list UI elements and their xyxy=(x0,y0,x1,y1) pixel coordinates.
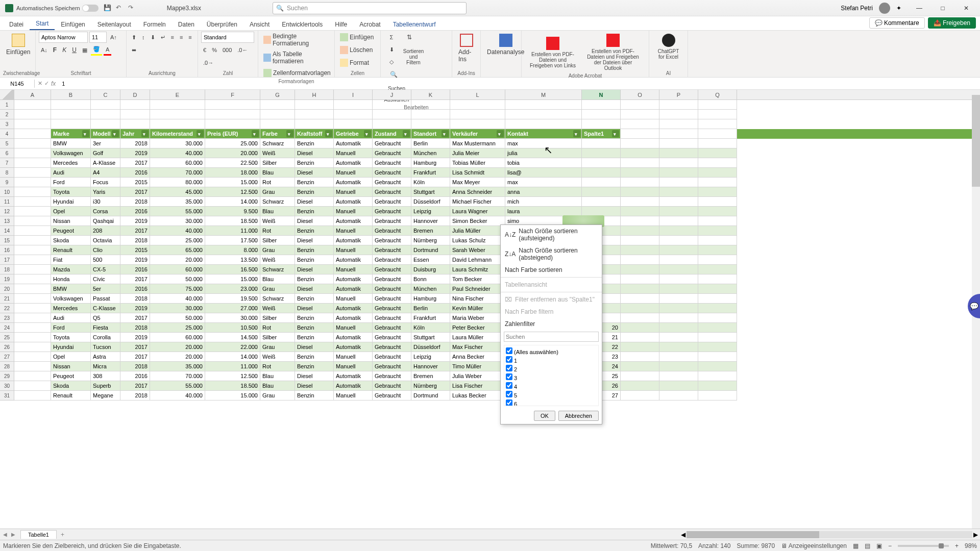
cell[interactable]: 25.000 xyxy=(205,139,260,148)
table-header[interactable]: Modell xyxy=(91,129,120,139)
align-center-icon[interactable]: ≡ xyxy=(178,32,185,43)
cell[interactable]: 208 xyxy=(91,226,120,236)
cell[interactable]: A-Klasse xyxy=(91,158,120,168)
cell[interactable] xyxy=(91,119,120,129)
filter-dropdown-icon[interactable] xyxy=(442,130,449,137)
cell[interactable]: Civic xyxy=(91,274,120,284)
cell[interactable]: Benzin xyxy=(295,178,334,187)
cell[interactable]: Laura Müller xyxy=(450,333,505,342)
cell[interactable]: 20.000 xyxy=(150,255,205,265)
cell[interactable]: Manuell xyxy=(334,294,373,304)
cell[interactable] xyxy=(698,313,737,323)
cell[interactable]: Benzin xyxy=(295,333,334,342)
row-header[interactable]: 27 xyxy=(0,352,14,362)
row-header[interactable]: 4 xyxy=(0,129,14,139)
cell[interactable]: Nina Fischer xyxy=(450,294,505,304)
cell[interactable] xyxy=(14,391,51,400)
cell[interactable]: Anna Schneider xyxy=(450,187,505,197)
cell[interactable] xyxy=(14,119,51,129)
cell[interactable] xyxy=(582,119,621,129)
cell[interactable]: Rot xyxy=(260,323,295,333)
cell[interactable] xyxy=(698,110,737,119)
cell[interactable]: Passat xyxy=(91,294,120,304)
cell[interactable]: 20.000 xyxy=(150,352,205,362)
cell[interactable] xyxy=(698,197,737,207)
cell[interactable]: Bremen xyxy=(411,226,450,236)
filter-dropdown-icon[interactable] xyxy=(364,130,371,137)
cell[interactable] xyxy=(14,148,51,158)
cell[interactable]: Dortmund xyxy=(411,391,450,400)
row-header[interactable]: 5 xyxy=(0,139,14,148)
cell[interactable]: Gebraucht xyxy=(373,255,411,265)
filter-dropdown-icon[interactable] xyxy=(573,130,580,137)
cell[interactable] xyxy=(659,371,698,381)
cell[interactable]: 2019 xyxy=(120,255,150,265)
cell[interactable] xyxy=(698,294,737,304)
cell[interactable] xyxy=(411,119,450,129)
cell[interactable]: Renault xyxy=(51,245,91,255)
tab-acrobat[interactable]: Acrobat xyxy=(353,19,386,30)
cell[interactable]: 2018 xyxy=(120,197,150,207)
cell[interactable] xyxy=(621,294,659,304)
cell[interactable]: Diesel xyxy=(295,284,334,294)
borders-icon[interactable]: ▦ xyxy=(80,44,89,56)
cell[interactable]: 75.000 xyxy=(150,284,205,294)
cell[interactable]: Fiesta xyxy=(91,323,120,333)
table-header[interactable]: Kraftstoff xyxy=(295,129,334,139)
filter-dropdown-icon[interactable] xyxy=(82,130,89,137)
cell[interactable]: Diesel xyxy=(295,265,334,274)
cell[interactable]: Gebraucht xyxy=(373,333,411,342)
filter-value-checkbox[interactable] xyxy=(506,382,512,389)
column-header-J[interactable]: J xyxy=(373,90,411,99)
cell[interactable]: 20.000 xyxy=(150,342,205,352)
cell[interactable] xyxy=(582,100,621,110)
cell[interactable]: 14.000 xyxy=(205,197,260,207)
row-header[interactable]: 25 xyxy=(0,333,14,342)
cell[interactable]: Gebraucht xyxy=(373,371,411,381)
tab-formeln[interactable]: Formeln xyxy=(137,19,172,30)
cell[interactable]: 2017 xyxy=(120,352,150,362)
cell[interactable] xyxy=(621,187,659,197)
cell[interactable]: Benzin xyxy=(295,158,334,168)
cell[interactable] xyxy=(659,245,698,255)
cell[interactable]: 2017 xyxy=(120,274,150,284)
cell[interactable]: Lisa Schmidt xyxy=(450,168,505,178)
cell[interactable]: Nissan xyxy=(51,216,91,226)
cell[interactable] xyxy=(14,284,51,294)
cell[interactable]: Grau xyxy=(260,342,295,352)
cell[interactable]: 2019 xyxy=(120,216,150,226)
cell[interactable]: Automatik xyxy=(334,197,373,207)
cell[interactable]: Blau xyxy=(260,274,295,284)
row-header[interactable]: 19 xyxy=(0,274,14,284)
cell[interactable] xyxy=(411,100,450,110)
cell[interactable] xyxy=(150,119,205,129)
cell[interactable] xyxy=(51,110,91,119)
cell[interactable]: Maria Weber xyxy=(450,313,505,323)
cell[interactable] xyxy=(698,187,737,197)
tab-überprüfen[interactable]: Überprüfen xyxy=(201,19,243,30)
cell[interactable]: 55.000 xyxy=(150,207,205,216)
cell[interactable]: Sarah Weber xyxy=(450,245,505,255)
cell[interactable] xyxy=(14,168,51,178)
cell[interactable]: Corolla xyxy=(91,333,120,342)
cell[interactable]: Silber xyxy=(260,236,295,245)
cell[interactable] xyxy=(659,207,698,216)
cell[interactable]: 30.000 xyxy=(150,139,205,148)
cell[interactable]: Mercedes xyxy=(51,158,91,168)
percent-icon[interactable]: % xyxy=(210,44,219,56)
row-header[interactable]: 17 xyxy=(0,255,14,265)
filter-value-checkbox[interactable] xyxy=(506,356,512,363)
column-header-I[interactable]: I xyxy=(334,90,373,99)
cell[interactable] xyxy=(698,139,737,148)
column-header-E[interactable]: E xyxy=(150,90,205,99)
cell[interactable] xyxy=(14,129,51,139)
cell[interactable]: Diesel xyxy=(295,168,334,178)
cell[interactable] xyxy=(698,391,737,400)
cell[interactable]: BMW xyxy=(51,139,91,148)
cell[interactable]: 12.500 xyxy=(205,371,260,381)
cell[interactable]: Automatik xyxy=(334,255,373,265)
cell[interactable] xyxy=(698,284,737,294)
cell[interactable]: Grau xyxy=(260,391,295,400)
cell[interactable]: Benzin xyxy=(295,313,334,323)
cell[interactable]: 50.000 xyxy=(150,313,205,323)
